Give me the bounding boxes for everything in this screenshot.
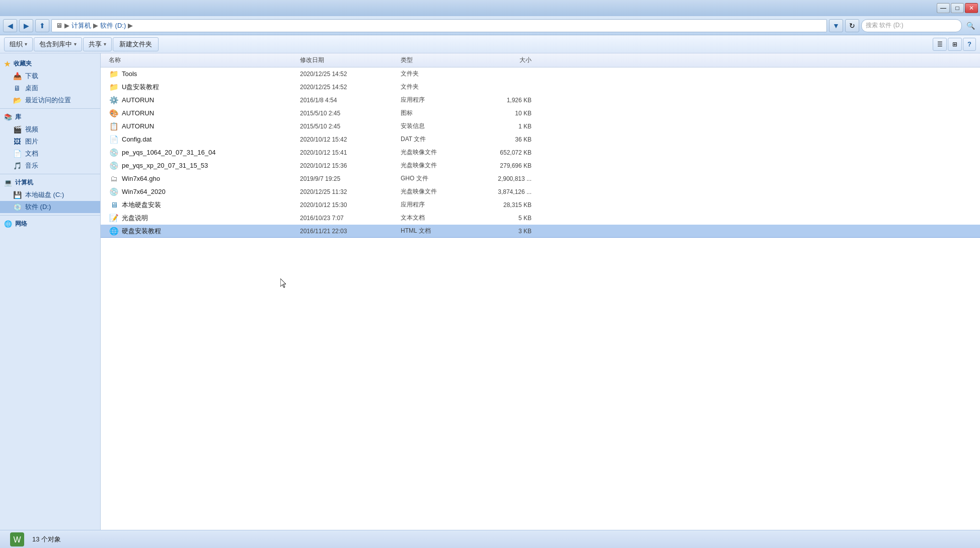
file-size-3: 1,926 KB [481, 97, 542, 104]
table-row[interactable]: 🖥 本地硬盘安装 2020/10/12 15:30 应用程序 28,315 KB [101, 198, 980, 212]
file-name-8: pe_yqs_xp_20_07_31_15_53 [122, 162, 300, 169]
favorites-header[interactable]: ★ 收藏夹 [0, 57, 100, 70]
sidebar-item-drive-d[interactable]: 💿 软件 (D:) [0, 201, 100, 213]
sidebar-item-video[interactable]: 🎬 视频 [0, 123, 100, 135]
file-icon-3: ⚙️ [109, 95, 119, 105]
table-row[interactable]: ⚙️ AUTORUN 2016/1/8 4:54 应用程序 1,926 KB [101, 94, 980, 107]
sidebar-item-music[interactable]: 🎵 音乐 [0, 160, 100, 172]
table-row[interactable]: 🗂 Win7x64.gho 2019/9/7 19:25 GHO 文件 2,90… [101, 172, 980, 185]
table-row[interactable]: 🌐 硬盘安装教程 2016/11/21 22:03 HTML 文档 3 KB [101, 225, 980, 238]
file-type-4: 图标 [401, 109, 481, 117]
favorites-label: 收藏夹 [14, 59, 32, 68]
table-row[interactable]: 📋 AUTORUN 2015/5/10 2:45 安装信息 1 KB [101, 120, 980, 133]
divider-3 [0, 215, 100, 216]
file-size-8: 279,696 KB [481, 162, 542, 169]
help-button[interactable]: ? [963, 38, 976, 51]
file-date-3: 2016/1/8 4:54 [300, 97, 401, 104]
include-library-label: 包含到库中 [39, 40, 72, 49]
file-size-11: 28,315 KB [481, 201, 542, 209]
file-icon-10: 💿 [109, 187, 119, 197]
network-section: 🌐 网络 [0, 218, 100, 230]
sidebar-item-download-label: 下载 [25, 72, 38, 81]
minimize-button[interactable]: — [937, 3, 950, 13]
library-header[interactable]: 📚 库 [0, 111, 100, 123]
computer-header[interactable]: 💻 计算机 [0, 176, 100, 189]
file-type-7: 光盘映像文件 [401, 148, 481, 157]
view-toggle-button[interactable]: ⊞ [948, 38, 962, 51]
library-icon: 📚 [4, 113, 12, 121]
organize-button[interactable]: 组织 ▾ [4, 37, 33, 51]
file-name-13: 硬盘安装教程 [122, 227, 300, 236]
sidebar-item-download[interactable]: 📥 下载 [0, 70, 100, 82]
file-size-9: 2,900,813 ... [481, 175, 542, 182]
search-placeholder: 搜索 软件 (D:) [866, 21, 903, 30]
organize-arrow: ▾ [25, 41, 27, 47]
computer-icon: 🖥 [56, 22, 62, 29]
file-icon-6: 📄 [109, 134, 119, 145]
sidebar-item-recent[interactable]: 📂 最近访问的位置 [0, 94, 100, 106]
sidebar-item-desktop-label: 桌面 [25, 84, 38, 93]
computer-label: 计算机 [15, 178, 33, 187]
table-row[interactable]: 🎨 AUTORUN 2015/5/10 2:45 图标 10 KB [101, 107, 980, 120]
sidebar-item-video-label: 视频 [25, 125, 38, 134]
file-name-1: Tools [122, 70, 300, 78]
file-name-12: 光盘说明 [122, 214, 300, 223]
share-button[interactable]: 共享 ▾ [83, 37, 112, 51]
table-row[interactable]: 📁 Tools 2020/12/25 14:52 文件夹 [101, 67, 980, 81]
divider-2 [0, 174, 100, 174]
table-row[interactable]: 📝 光盘说明 2016/10/23 7:07 文本文档 5 KB [101, 212, 980, 225]
path-dropdown-button[interactable]: ▼ [829, 19, 843, 32]
refresh-button[interactable]: ↻ [845, 19, 859, 32]
include-arrow: ▾ [74, 41, 77, 47]
share-label: 共享 [89, 40, 102, 49]
sidebar-item-pictures-label: 图片 [25, 137, 38, 146]
file-icon-1: 📁 [109, 69, 119, 79]
file-date-6: 2020/10/12 15:42 [300, 136, 401, 143]
library-label: 库 [15, 113, 21, 121]
file-type-11: 应用程序 [401, 200, 481, 209]
sidebar-item-documents[interactable]: 📄 文档 [0, 148, 100, 160]
file-type-13: HTML 文档 [401, 227, 481, 235]
col-header-size[interactable]: 大小 [481, 56, 542, 64]
sidebar-item-drive-c[interactable]: 💾 本地磁盘 (C:) [0, 189, 100, 201]
col-header-type[interactable]: 类型 [401, 56, 481, 64]
include-library-button[interactable]: 包含到库中 ▾ [34, 37, 82, 51]
sidebar-item-pictures[interactable]: 🖼 图片 [0, 135, 100, 148]
network-header[interactable]: 🌐 网络 [0, 218, 100, 230]
new-folder-button[interactable]: 新建文件夹 [113, 37, 159, 51]
col-header-name[interactable]: 名称 [109, 56, 300, 64]
file-date-7: 2020/10/12 15:41 [300, 149, 401, 156]
file-date-11: 2020/10/12 15:30 [300, 201, 401, 209]
title-bar: — □ ✕ [0, 0, 980, 16]
network-icon: 🌐 [4, 220, 12, 228]
drive-c-icon: 💾 [12, 191, 22, 199]
sidebar-item-desktop[interactable]: 🖥 桌面 [0, 82, 100, 94]
file-name-5: AUTORUN [122, 122, 300, 130]
col-header-date[interactable]: 修改日期 [300, 56, 401, 64]
search-button[interactable]: 🔍 [964, 19, 977, 32]
file-name-6: Config.dat [122, 135, 300, 143]
file-icon-12: 📝 [109, 213, 119, 223]
file-date-9: 2019/9/7 19:25 [300, 175, 401, 182]
path-computer[interactable]: 计算机 [71, 21, 91, 30]
address-path[interactable]: 🖥 ▶ 计算机 ▶ 软件 (D:) ▶ [51, 19, 827, 32]
maximize-button[interactable]: □ [951, 3, 964, 13]
search-box[interactable]: 搜索 软件 (D:) [861, 19, 962, 32]
table-row[interactable]: 💿 pe_yqs_1064_20_07_31_16_04 2020/10/12 … [101, 146, 980, 159]
file-type-1: 文件夹 [401, 70, 481, 78]
table-row[interactable]: 💿 Win7x64_2020 2020/12/25 11:32 光盘映像文件 3… [101, 185, 980, 198]
close-button[interactable]: ✕ [965, 3, 978, 13]
table-row[interactable]: 📁 U盘安装教程 2020/12/25 14:52 文件夹 [101, 81, 980, 94]
up-button[interactable]: ⬆ [35, 19, 49, 32]
table-row[interactable]: 📄 Config.dat 2020/10/12 15:42 DAT 文件 36 … [101, 133, 980, 146]
toolbar: 组织 ▾ 包含到库中 ▾ 共享 ▾ 新建文件夹 ☰ ⊞ ? [0, 35, 980, 53]
file-type-5: 安装信息 [401, 122, 481, 130]
path-drive[interactable]: 软件 (D:) [100, 21, 126, 30]
file-name-9: Win7x64.gho [122, 175, 300, 182]
table-row[interactable]: 💿 pe_yqs_xp_20_07_31_15_53 2020/10/12 15… [101, 159, 980, 172]
back-button[interactable]: ◀ [3, 19, 17, 32]
status-icon: W [8, 530, 26, 549]
forward-button[interactable]: ▶ [19, 19, 33, 32]
view-options-button[interactable]: ☰ [933, 38, 947, 51]
column-headers: 名称 修改日期 类型 大小 [101, 53, 980, 67]
